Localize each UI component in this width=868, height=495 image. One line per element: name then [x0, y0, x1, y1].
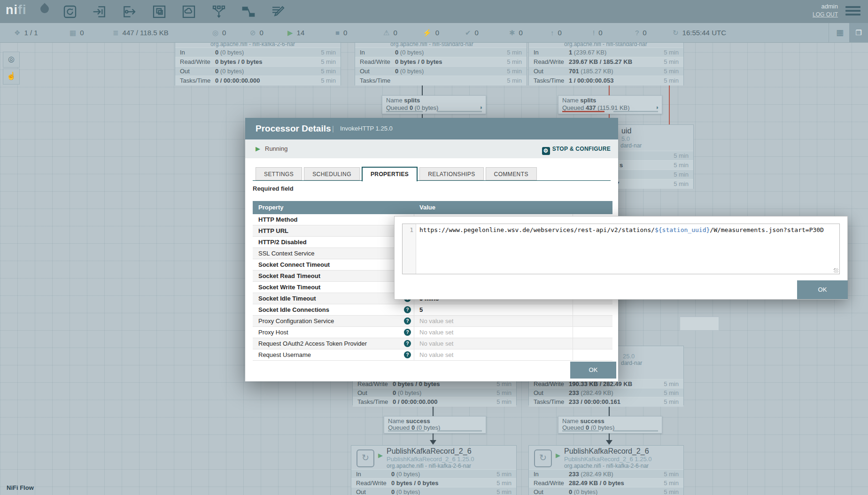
table-row[interactable]: Socket Idle Connections?5 [253, 304, 612, 316]
stop-and-configure-button[interactable]: ⚙STOP & CONFIGURE [542, 139, 611, 158]
help-icon[interactable]: ? [404, 340, 411, 347]
gear-icon: ⚙ [542, 147, 550, 155]
running-icon: ▶ [256, 139, 260, 158]
tab-comments[interactable]: COMMENTS [486, 167, 537, 180]
run-status-text: Running [265, 139, 287, 158]
table-row[interactable]: Proxy Host?No value set [253, 327, 612, 338]
property-column-header: Property [258, 201, 283, 214]
help-icon[interactable]: ? [404, 329, 411, 336]
required-field-note: Required field [253, 185, 294, 192]
line-number-gutter: 1 [403, 224, 416, 274]
divider: | [332, 118, 334, 139]
value-textarea[interactable]: 1 https://www.pegelonline.wsv.de/webserv… [402, 224, 840, 274]
dialog-ok-button[interactable]: OK [570, 362, 616, 379]
help-icon[interactable]: ? [404, 306, 411, 313]
dialog-title: Processor Details [256, 118, 331, 139]
line-number: 1 [410, 226, 413, 233]
value-editor-popup: 1 https://www.pegelonline.wsv.de/webserv… [394, 216, 848, 300]
resize-handle-icon[interactable] [834, 268, 838, 273]
nifi-application: org.apache.nifi - nifi-kafka-2-6-nar In0… [0, 0, 868, 495]
tab-relationships[interactable]: RELATIONSHIPS [419, 167, 483, 180]
tab-scheduling[interactable]: SCHEDULING [304, 167, 360, 180]
table-row[interactable]: Proxy Configuration Service?No value set [253, 316, 612, 327]
value-column-header: Value [419, 201, 435, 214]
editor-ok-button[interactable]: OK [797, 280, 848, 299]
dialog-header: Processor Details | InvokeHTTP 1.25.0 [245, 118, 618, 139]
help-icon[interactable]: ? [404, 317, 411, 325]
help-icon[interactable]: ? [404, 351, 411, 358]
table-row[interactable]: Request OAuth2 Access Token Provider?No … [253, 338, 612, 349]
url-value-text: https://www.pegelonline.wsv.de/webservic… [419, 226, 834, 233]
tab-properties[interactable]: PROPERTIES [362, 167, 418, 181]
table-row[interactable]: Request Username?No value set [253, 349, 612, 361]
dialog-tabs: SETTINGSSCHEDULINGPROPERTIESRELATIONSHIP… [256, 167, 539, 181]
dialog-subtitle: InvokeHTTP 1.25.0 [340, 118, 393, 139]
expression-language-token: ${station_uuid} [655, 226, 710, 233]
table-header: Property Value [253, 201, 612, 214]
dialog-status-strip: ▶ Running ⚙STOP & CONFIGURE [245, 139, 618, 158]
tab-underline [253, 180, 611, 181]
tab-settings[interactable]: SETTINGS [256, 167, 302, 180]
